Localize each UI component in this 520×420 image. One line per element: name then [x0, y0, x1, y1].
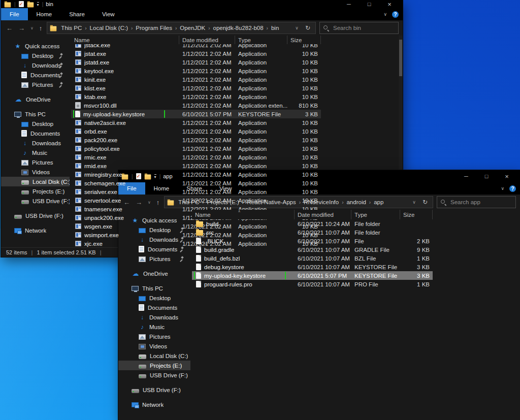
sidebar-item-desktop[interactable]: Desktop: [118, 293, 190, 303]
minimize-button[interactable]: ─: [339, 0, 359, 8]
sidebar-item-network[interactable]: Network: [118, 400, 190, 409]
sidebar-item-onedrive[interactable]: ☁OneDrive: [1, 94, 70, 104]
file-row[interactable]: my-upload-key.keystore6/10/2021 5:07 PMK…: [192, 271, 433, 280]
minimize-button[interactable]: ─: [456, 170, 476, 182]
forward-button[interactable]: →: [17, 24, 26, 32]
ribbon-tab-home[interactable]: Home: [28, 8, 61, 20]
file-row[interactable]: jstatd.exe1/12/2021 2:02 AMApplication10…: [71, 58, 321, 67]
expand-ribbon-icon[interactable]: ∨: [383, 12, 387, 17]
search-input[interactable]: [332, 24, 395, 31]
file-row[interactable]: src6/10/2021 10:07 AMFile folder: [192, 228, 433, 237]
sidebar-item-downloads[interactable]: ↓Downloads: [1, 138, 70, 148]
address-bar[interactable]: This PC›Local Disk (C:)›Program Files›Op…: [47, 22, 316, 34]
sidebar-item-downloads[interactable]: ↓Downloads: [1, 60, 70, 70]
ribbon-tab-share[interactable]: Share: [60, 8, 93, 20]
title-bar[interactable]: | ✓ ▾ | bin ─ □ ×: [1, 0, 403, 8]
sidebar-item-documents[interactable]: Documents: [118, 303, 190, 312]
file-row[interactable]: build.gradle6/10/2021 10:07 AMGRADLE Fil…: [192, 245, 433, 254]
sidebar-item-usb-drive-f[interactable]: USB Drive (F:): [118, 385, 190, 395]
file-row[interactable]: build_defs.bzl6/10/2021 10:07 AMBZL File…: [192, 254, 433, 263]
search-box[interactable]: [437, 196, 516, 208]
refresh-icon[interactable]: ↻: [303, 24, 313, 31]
file-row[interactable]: debug.keystore6/10/2021 10:07 AMKEYSTORE…: [192, 263, 433, 271]
column-header-size[interactable]: Size: [287, 36, 321, 44]
file-row[interactable]: native2ascii.exe1/12/2021 2:02 AMApplica…: [71, 118, 321, 127]
close-button[interactable]: ×: [379, 0, 400, 8]
file-row[interactable]: orbd.exe1/12/2021 2:02 AMApplication10 K…: [71, 127, 321, 136]
file-row[interactable]: kinit.exe1/12/2021 2:02 AMApplication10 …: [71, 75, 321, 84]
column-header-name[interactable]: Name∧: [192, 210, 295, 219]
sidebar-item-usb-drive-f[interactable]: USB Drive (F:): [118, 370, 190, 380]
close-button[interactable]: ×: [497, 170, 517, 182]
file-row[interactable]: proguard-rules.pro6/10/2021 10:07 AMPRO …: [192, 280, 433, 288]
sidebar-item-documents[interactable]: Documents: [1, 70, 70, 80]
column-header-size[interactable]: Size: [400, 210, 433, 219]
file-row[interactable]: schemagen.exe1/12/2021 2:02 AMApplicatio…: [71, 179, 321, 187]
search-box[interactable]: [319, 22, 399, 34]
column-header-type[interactable]: Type: [235, 36, 287, 44]
new-folder-icon[interactable]: [27, 2, 34, 7]
sidebar-item-quick-access[interactable]: ★Quick access: [1, 41, 70, 51]
file-row[interactable]: servertool.exe1/12/2021 2:02 AMApplicati…: [71, 196, 321, 205]
up-button[interactable]: ↑: [38, 24, 44, 32]
column-header-type[interactable]: Type: [351, 210, 400, 219]
help-icon[interactable]: ?: [509, 185, 516, 192]
sidebar-item-documents[interactable]: Documents: [1, 128, 70, 138]
help-icon[interactable]: ?: [392, 11, 399, 18]
breadcrumb-segment[interactable]: bin: [269, 25, 281, 31]
file-row[interactable]: rmid.exe1/12/2021 2:02 AMApplication10 K…: [71, 161, 321, 170]
file-row[interactable]: serialver.exe1/12/2021 2:02 AMApplicatio…: [71, 187, 321, 196]
file-row[interactable]: pack200.exe1/12/2021 2:02 AMApplication1…: [71, 136, 321, 144]
sidebar-item-this-pc[interactable]: This PC: [1, 109, 70, 119]
ribbon-tab-view[interactable]: View: [93, 8, 123, 20]
sidebar-item-videos[interactable]: Videos: [118, 341, 190, 351]
sidebar-item-pictures[interactable]: Pictures: [1, 80, 70, 89]
sidebar-item-music[interactable]: ♪Music: [1, 148, 70, 157]
address-dropdown-icon[interactable]: ∨: [293, 25, 301, 30]
sidebar-item-onedrive[interactable]: ☁OneDrive: [118, 269, 190, 278]
properties-icon[interactable]: ✓: [19, 1, 24, 7]
file-row[interactable]: rmiregistry.exe1/12/2021 2:02 AMApplicat…: [71, 170, 321, 179]
column-header-name[interactable]: Name: [71, 36, 179, 44]
file-row[interactable]: rmic.exe1/12/2021 2:02 AMApplication10 K…: [71, 153, 321, 161]
file-row[interactable]: my-upload-key.keystore6/10/2021 5:07 PMK…: [71, 110, 321, 118]
file-row[interactable]: klist.exe1/12/2021 2:02 AMApplication10 …: [71, 84, 321, 92]
ribbon-tab-file[interactable]: File: [1, 8, 28, 20]
sidebar-item-downloads[interactable]: ↓Downloads: [118, 312, 190, 322]
maximize-button[interactable]: □: [359, 0, 379, 8]
qat-customize-icon[interactable]: ▾: [37, 2, 39, 7]
file-row[interactable]: msvcr100.dll1/12/2021 2:02 AMApplication…: [71, 101, 321, 110]
expand-ribbon-icon[interactable]: ∨: [501, 186, 504, 191]
file-row[interactable]: _BUCK6/10/2021 10:07 AMFile2 KB: [192, 237, 433, 245]
sidebar-item-projects-e[interactable]: Projects (E:): [118, 361, 190, 370]
breadcrumb-segment[interactable]: Program Files: [134, 25, 174, 31]
search-input[interactable]: [449, 199, 512, 206]
refresh-icon[interactable]: ↻: [420, 199, 430, 206]
file-row[interactable]: jstat.exe1/12/2021 2:02 AMApplication10 …: [71, 49, 321, 58]
sidebar-item-usb-drive-f[interactable]: USB Drive (F:): [1, 196, 70, 206]
breadcrumb-segment[interactable]: OpenJDK: [178, 25, 207, 31]
sidebar-item-desktop[interactable]: Desktop: [1, 51, 70, 60]
maximize-button[interactable]: □: [476, 170, 497, 182]
file-row[interactable]: keytool.exe1/12/2021 2:02 AMApplication1…: [71, 67, 321, 75]
breadcrumb-segment[interactable]: Local Disk (C:): [88, 25, 130, 31]
sidebar-item-pictures[interactable]: Pictures: [118, 332, 190, 341]
file-row[interactable]: ktab.exe1/12/2021 2:02 AMApplication10 K…: [71, 92, 321, 101]
breadcrumb-segment[interactable]: openjdk-8u282-b08: [211, 25, 265, 31]
column-header-date-modified[interactable]: Date modified: [295, 210, 351, 219]
column-header-date-modified[interactable]: Date modified: [179, 36, 235, 44]
sidebar-item-desktop[interactable]: Desktop: [1, 119, 70, 128]
address-dropdown-icon[interactable]: ∨: [410, 200, 418, 205]
sidebar-item-pictures[interactable]: Pictures: [1, 157, 70, 167]
sidebar-item-network[interactable]: Network: [1, 225, 70, 235]
sidebar-item-local-disk-c[interactable]: Local Disk (C:): [118, 351, 190, 361]
file-row[interactable]: policytool.exe1/12/2021 2:02 AMApplicati…: [71, 144, 321, 153]
sidebar-item-videos[interactable]: Videos: [1, 167, 70, 177]
sidebar-item-music[interactable]: ♪Music: [118, 322, 190, 332]
file-row[interactable]: build6/10/2021 10:24 AMFile folder: [192, 219, 433, 228]
sidebar-item-this-pc[interactable]: This PC: [118, 283, 190, 293]
sidebar-item-projects-e[interactable]: Projects (E:): [1, 186, 70, 196]
sidebar-item-local-disk-c[interactable]: Local Disk (C:): [1, 177, 70, 186]
back-button[interactable]: ←: [5, 24, 14, 32]
sidebar-item-pictures[interactable]: Pictures: [118, 254, 190, 264]
